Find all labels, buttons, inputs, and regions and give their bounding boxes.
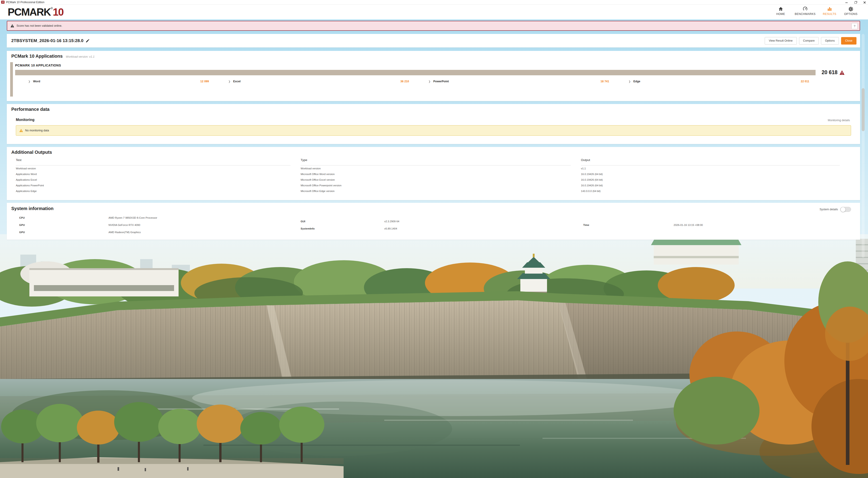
main-nav: HOME BENCHMARKS RESULTS OPTIONS xyxy=(774,6,858,16)
subtest-excel[interactable]: ❯ Excel 36 210 xyxy=(215,80,415,83)
subtest-value: 22 011 xyxy=(801,80,809,83)
subtest-powerpoint[interactable]: ❯ PowerPoint 18 741 xyxy=(415,80,616,83)
nav-home[interactable]: HOME xyxy=(774,6,788,16)
help-button[interactable]: ? xyxy=(851,23,858,29)
table-cell: Microsoft Office Powerpoint version xyxy=(301,182,581,188)
applications-card: PCMark 10 Applications Workload version:… xyxy=(7,51,860,101)
warning-icon xyxy=(19,129,23,132)
app-header: PCMARK®10 HOME BENCHMARKS RESULTS OPTION… xyxy=(0,4,868,20)
table-cell: Microsoft Office Edge version xyxy=(301,188,581,194)
performance-section-title: Performance data xyxy=(11,107,50,112)
chevron-right-icon: ❯ xyxy=(429,80,431,83)
nav-options-label: OPTIONS xyxy=(844,12,857,16)
warning-icon xyxy=(10,24,14,28)
warning-message: No monitoring data xyxy=(25,129,49,132)
subtest-word[interactable]: ❯ Word 12 099 xyxy=(15,80,215,83)
view-result-online-button[interactable]: View Result Online xyxy=(765,37,797,44)
result-title: 2TBSYSTEM_2026-01-16 13:15:28.0 xyxy=(11,38,84,43)
subtest-edge[interactable]: ❯ Edge 22 011 xyxy=(616,80,815,83)
table-cell: 16.0.19426 (64 bit) xyxy=(581,177,850,182)
validation-warning-banner: Score has not been validated online. ? xyxy=(7,21,860,31)
scrollbar-track[interactable] xyxy=(862,34,865,258)
result-header-card: 2TBSYSTEM_2026-01-16 13:15:28.0 View Res… xyxy=(7,34,860,48)
minimize-icon[interactable] xyxy=(845,1,848,4)
overall-score: 20 618 xyxy=(822,69,837,76)
table-cell: Applications Word xyxy=(16,171,301,177)
background-photo xyxy=(0,234,868,478)
table-cell: Applications PowerPoint xyxy=(16,182,301,188)
home-icon xyxy=(778,6,783,12)
close-window-icon[interactable] xyxy=(863,1,866,4)
table-cell: Workload version xyxy=(301,166,581,171)
table-cell: v1.1 xyxy=(581,166,850,171)
system-information-title: System information xyxy=(11,206,54,211)
table-cell: 143.0.0.0 (64 bit) xyxy=(581,188,850,194)
score-row: 20 618 xyxy=(15,69,852,76)
system-information-card: System information System details CPU AM… xyxy=(7,203,860,240)
column-header-output: Output xyxy=(581,157,840,166)
time-value: 2026-01-16 13:15 +08:00 xyxy=(674,223,703,226)
nav-results-label: RESULTS xyxy=(823,12,836,16)
app-icon: 10 xyxy=(1,1,4,4)
subtest-label: Word xyxy=(33,80,40,83)
edit-title-icon[interactable] xyxy=(86,39,90,43)
subtest-value: 36 210 xyxy=(400,80,409,83)
pcmark-window: 10 PCMark 10 Professional Edition PCMARK… xyxy=(0,0,868,478)
table-cell: 16.0.19426 (64 bit) xyxy=(581,182,850,188)
scrollbar-thumb[interactable] xyxy=(862,88,865,131)
monitoring-details-link[interactable]: Monitoring details xyxy=(828,119,850,122)
compare-button[interactable]: Compare xyxy=(799,37,819,44)
table-cell: Microsoft Office Excel version xyxy=(301,177,581,182)
subtest-value: 12 099 xyxy=(200,80,209,83)
nav-benchmarks[interactable]: BENCHMARKS xyxy=(795,6,815,16)
additional-outputs-title: Additional Outputs xyxy=(11,150,52,155)
logo-brand: PCMARK xyxy=(8,6,51,18)
subtest-label: PowerPoint xyxy=(433,80,449,83)
system-details-label: System details xyxy=(819,208,838,211)
gpu2-label: GPU xyxy=(19,231,25,234)
table-cell: Applications Edge xyxy=(16,188,301,194)
column-header-type: Type xyxy=(301,157,571,166)
column-header-test: Test xyxy=(16,157,290,166)
applications-card-title: PCMARK 10 APPLICATIONS xyxy=(15,63,61,67)
score-warning-icon xyxy=(839,70,845,75)
systeminfo-value: v5.89.1404 xyxy=(384,227,397,230)
table-cell: 16.0.19426 (64 bit) xyxy=(581,171,850,177)
gpu-label: GPU xyxy=(19,223,25,226)
subtest-scores: ❯ Word 12 099 ❯ Excel 36 210 ❯ PowerPoin… xyxy=(15,80,815,83)
no-monitoring-data-warning: No monitoring data xyxy=(16,125,851,136)
gpu-value: NVIDIA GeForce RTX 4090 xyxy=(108,223,140,226)
subtest-value: 18 741 xyxy=(600,80,609,83)
benchmarks-icon xyxy=(802,6,808,12)
score-bar-track xyxy=(15,70,815,75)
gui-label: GUI xyxy=(301,220,305,223)
options-button[interactable]: Options xyxy=(821,37,839,44)
cpu-label: CPU xyxy=(19,216,25,219)
nav-benchmarks-label: BENCHMARKS xyxy=(795,12,815,16)
close-button[interactable]: Close xyxy=(841,37,857,44)
logo-number: 10 xyxy=(53,6,63,18)
restore-icon[interactable] xyxy=(854,1,857,4)
window-title: PCMark 10 Professional Edition xyxy=(6,1,44,4)
subtest-label: Excel xyxy=(233,80,241,83)
subtest-label: Edge xyxy=(633,80,640,83)
system-details-toggle[interactable] xyxy=(840,207,851,212)
systeminfo-label: SystemInfo xyxy=(301,227,315,230)
applications-section-title: PCMark 10 Applications xyxy=(11,54,63,59)
titlebar: 10 PCMark 10 Professional Edition xyxy=(0,0,868,4)
table-cell: Applications Excel xyxy=(16,177,301,182)
results-icon xyxy=(827,6,832,12)
nav-options[interactable]: OPTIONS xyxy=(844,6,858,16)
pcmark-logo: PCMARK®10 xyxy=(8,6,64,18)
nav-results[interactable]: RESULTS xyxy=(822,6,837,16)
time-label: Time xyxy=(583,223,589,226)
additional-outputs-card: Additional Outputs Test Type Output Work… xyxy=(7,147,860,200)
chevron-right-icon: ❯ xyxy=(228,80,230,83)
toggle-knob xyxy=(840,207,846,212)
gpu2-value: AMD Radeon(TM) Graphics xyxy=(108,231,141,234)
score-bar-fill xyxy=(15,70,815,75)
score-accent-bar xyxy=(10,62,13,96)
chevron-right-icon: ❯ xyxy=(629,80,631,83)
banner-message: Score has not been validated online. xyxy=(17,24,62,27)
nav-home-label: HOME xyxy=(776,12,785,16)
